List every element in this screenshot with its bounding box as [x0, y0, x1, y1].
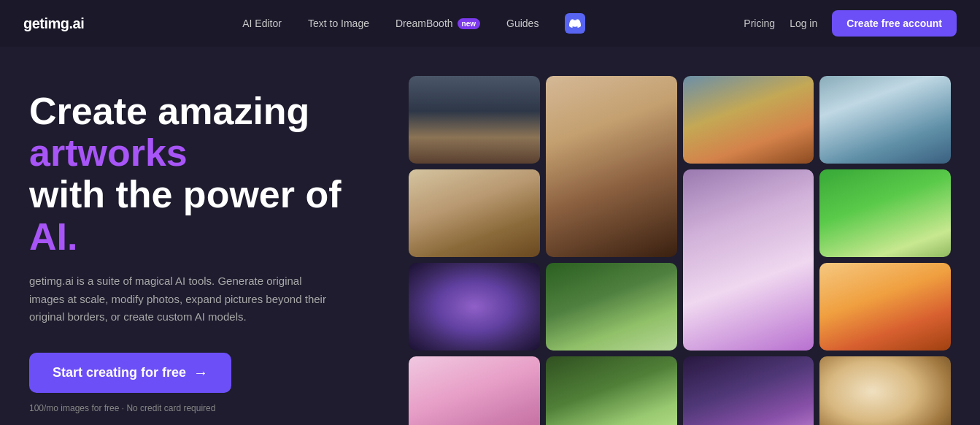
gallery-image-10 [819, 263, 951, 351]
cta-button[interactable]: Start creating for free → [29, 353, 231, 393]
gallery-image-9 [546, 263, 677, 351]
nav-ai-editor[interactable]: AI Editor [242, 18, 282, 29]
hero-title-part2: with the power of [29, 173, 342, 215]
dreambooth-badge: new [458, 18, 480, 29]
nav-links: AI Editor Text to Image DreamBooth new G… [242, 13, 585, 34]
hero-title-highlight1: artworks [29, 131, 188, 174]
hero-title: Create amazing artworks with the power o… [29, 91, 379, 258]
nav-text-to-image[interactable]: Text to Image [308, 18, 369, 29]
gallery-image-13 [683, 356, 814, 425]
hero-title-part1: Create amazing [29, 90, 309, 132]
nav-dreambooth[interactable]: DreamBooth new [396, 18, 480, 29]
gallery-image-2 [546, 76, 677, 257]
gallery-image-12 [546, 356, 677, 425]
hero-description: getimg.ai is a suite of magical AI tools… [29, 272, 336, 326]
gallery-image-11 [409, 356, 540, 425]
gallery-image-8 [409, 263, 540, 351]
logo[interactable]: getimg.ai [23, 15, 84, 32]
hero-title-highlight2: AI. [29, 215, 77, 258]
discord-icon[interactable] [565, 13, 585, 34]
gallery-image-1 [409, 76, 540, 164]
gallery-image-6 [683, 169, 814, 351]
hero-subtext: 100/mo images for free · No credit card … [29, 403, 379, 413]
login-button[interactable]: Log in [790, 18, 817, 29]
hero-content: Create amazing artworks with the power o… [29, 76, 379, 413]
create-account-button[interactable]: Create free account [832, 10, 957, 37]
gallery-image-14 [819, 356, 951, 425]
gallery-image-4 [819, 76, 951, 164]
hero-section: Create amazing artworks with the power o… [0, 47, 980, 425]
navbar: getimg.ai AI Editor Text to Image DreamB… [0, 0, 980, 47]
cta-arrow-icon: → [193, 364, 208, 381]
nav-actions: Pricing Log in Create free account [744, 10, 957, 37]
pricing-link[interactable]: Pricing [744, 18, 775, 29]
nav-guides[interactable]: Guides [506, 18, 539, 29]
gallery-image-5 [409, 169, 540, 257]
gallery-image-7 [819, 169, 951, 257]
hero-image-grid [379, 76, 951, 425]
gallery-image-3 [683, 76, 814, 164]
cta-label: Start creating for free [53, 365, 186, 380]
